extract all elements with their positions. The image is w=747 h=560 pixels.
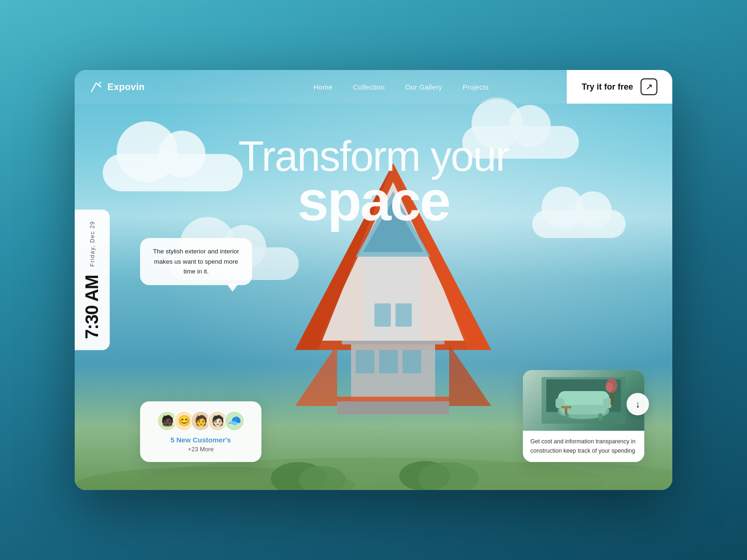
speech-bubble: The stylish exterior and interior makes … [140, 238, 252, 285]
scroll-down-icon: ↓ [635, 399, 640, 410]
logo-text: Expovin [107, 82, 145, 92]
customers-card: 🧑🏿 😊 🧑 🧑🏻 🧢 5 New Customer's +23 More [140, 401, 261, 462]
info-card-text: Get cost and information transparency in… [530, 437, 637, 455]
avatar-5: 🧢 [224, 411, 245, 431]
svg-rect-9 [342, 341, 444, 344]
svg-rect-36 [599, 413, 602, 420]
header: Expovin Home Collection Our Gallery Proj… [75, 70, 672, 104]
svg-rect-14 [337, 400, 449, 414]
svg-rect-12 [379, 350, 398, 373]
cloud-1 [103, 154, 243, 191]
customers-label: 5 New Customer's [153, 436, 248, 444]
nav-collection[interactable]: Collection [353, 83, 385, 91]
cloud-3 [532, 210, 626, 238]
nav-home[interactable]: Home [313, 83, 332, 91]
cta-label[interactable]: Try it for free [582, 82, 633, 92]
info-card: Get cost and information transparency in… [523, 370, 644, 462]
customers-more: +23 More [153, 446, 248, 453]
svg-rect-7 [374, 303, 391, 327]
svg-marker-16 [295, 344, 337, 406]
svg-marker-17 [449, 344, 491, 406]
time-display: 7:30 AM [82, 275, 102, 339]
nav-projects[interactable]: Projects [463, 83, 489, 91]
svg-rect-41 [565, 408, 567, 414]
svg-point-39 [606, 383, 613, 392]
cloud-2 [462, 126, 579, 159]
svg-rect-32 [558, 391, 609, 405]
nav-gallery[interactable]: Our Gallery [405, 83, 442, 91]
scroll-down-button[interactable]: ↓ [627, 393, 649, 415]
info-card-body: Get cost and information transparency in… [523, 431, 644, 462]
svg-rect-8 [395, 303, 412, 327]
cta-arrow-button[interactable]: ↗ [641, 78, 657, 95]
avatars-row: 🧑🏿 😊 🧑 🧑🏻 🧢 [153, 411, 248, 431]
svg-rect-4 [365, 257, 421, 341]
building-illustration [295, 163, 491, 434]
logo-icon [90, 80, 103, 93]
info-card-image [523, 370, 644, 431]
svg-rect-34 [603, 398, 612, 408]
svg-rect-11 [356, 350, 374, 373]
cta-area: Try it for free ↗ [567, 70, 672, 104]
svg-rect-40 [561, 406, 571, 408]
browser-window: Expovin Home Collection Our Gallery Proj… [75, 70, 672, 490]
logo-area[interactable]: Expovin [90, 80, 145, 93]
date-display: Friday, Dec 29 [89, 221, 96, 266]
sidebar-time: Friday, Dec 29 7:30 AM [75, 210, 110, 350]
svg-rect-35 [565, 413, 569, 420]
speech-bubble-text: The stylish exterior and interior makes … [153, 248, 240, 275]
svg-line-25 [92, 83, 96, 91]
svg-line-27 [98, 82, 101, 85]
svg-rect-13 [402, 350, 421, 373]
main-nav: Home Collection Our Gallery Projects [313, 83, 488, 91]
svg-rect-15 [337, 397, 449, 401]
